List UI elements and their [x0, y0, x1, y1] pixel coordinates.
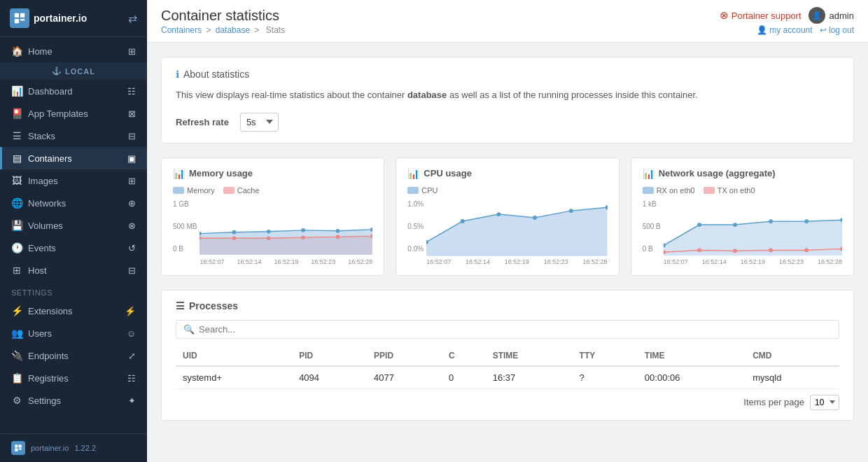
networks-icon: 🌐 [11, 197, 22, 209]
sidebar-item-extensions[interactable]: ⚡ Extensions ⚡ [0, 300, 147, 322]
cpu-chart-area: 16:52:07 16:52:14 16:52:19 16:52:23 16:5… [426, 200, 608, 265]
sidebar-item-containers[interactable]: ▤ Containers ▣ [0, 147, 147, 169]
sidebar-item-registries[interactable]: 📋 Registries ☷ [0, 367, 147, 389]
svg-rect-3 [20, 19, 24, 21]
memory-chart-container: 1 GB 500 MB 0 B [173, 200, 372, 265]
processes-section-title: ☰ Processes [176, 300, 839, 312]
my-account-link[interactable]: 👤 my account [757, 25, 813, 35]
col-stime: STIME [486, 346, 573, 366]
containers-icon: ▤ [11, 153, 22, 164]
sidebar-item-dashboard[interactable]: 📊 Dashboard ☷ [0, 80, 147, 102]
col-c: C [442, 346, 486, 366]
sidebar-item-images[interactable]: 🖼 Images ⊞ [0, 169, 147, 192]
sidebar-item-host[interactable]: ⊞ Host ⊟ [0, 259, 147, 281]
sidebar-item-home[interactable]: 🏠 Home ⊞ [0, 40, 147, 62]
svg-point-27 [569, 209, 573, 213]
process-table-body: systemd+ 4094 4077 0 16:37 ? 00:00:06 my… [176, 366, 839, 389]
breadcrumb-database[interactable]: database [216, 25, 250, 35]
sidebar-item-label: Dashboard [28, 86, 73, 97]
network-legend-tx: TX on eth0 [704, 186, 755, 195]
sidebar: portainer.io ⇄ 🏠 Home ⊞ ⚓ LOCAL 📊 Dashbo… [0, 0, 147, 462]
sidebar-item-app-templates[interactable]: 🎴 App Templates ⊠ [0, 102, 147, 125]
svg-point-31 [697, 223, 701, 227]
memory-legend-memory: Memory [173, 186, 215, 195]
sidebar-item-label: Registries [28, 373, 69, 384]
log-out-link[interactable]: ↩ log out [820, 25, 854, 35]
info-icon: ℹ [176, 69, 179, 80]
svg-point-24 [461, 219, 465, 223]
svg-rect-0 [15, 13, 19, 18]
processes-section: ☰ Processes 🔍 UID PID PPID C STIME TTY T… [161, 290, 854, 421]
svg-rect-2 [15, 19, 19, 23]
breadcrumb-sep2: > [254, 25, 259, 35]
dashboard-icon: 📊 [11, 85, 22, 97]
containers-nav-icon: ▣ [127, 153, 136, 164]
svg-point-14 [336, 229, 340, 233]
network-chart-area: 16:52:07 16:52:14 16:52:19 16:52:23 16:5… [664, 200, 842, 265]
cpu-legend-cpu: CPU [407, 186, 438, 195]
events-icon: 🕐 [11, 242, 22, 253]
col-time: TIME [638, 346, 746, 366]
svg-point-18 [267, 236, 271, 240]
sidebar-item-settings[interactable]: ⚙ Settings ✦ [0, 389, 147, 412]
sidebar-nav: 🏠 Home ⊞ ⚓ LOCAL 📊 Dashboard ☷ 🎴 App Tem… [0, 37, 147, 433]
items-per-page-select[interactable]: 10 25 50 [810, 395, 839, 410]
sidebar-item-endpoints[interactable]: 🔌 Endpoints ⤢ [0, 344, 147, 367]
search-icon: 🔍 [183, 324, 195, 335]
sidebar-item-label: Extensions [28, 306, 73, 316]
tx-color [704, 187, 715, 194]
col-pid: PID [292, 346, 367, 366]
svg-rect-4 [15, 444, 18, 447]
footer-logo-text: portainer.io [31, 444, 69, 452]
refresh-row: Refresh rate 5s 10s 30s 1m [176, 113, 839, 132]
host-nav-icon: ⊟ [128, 265, 136, 276]
svg-point-39 [769, 248, 773, 252]
items-per-page-label: Items per page [743, 397, 804, 407]
settings-section-label: SETTINGS [0, 281, 147, 300]
footer-logo-icon [11, 441, 25, 455]
settings-icon: ⚙ [11, 395, 22, 406]
topbar-left: Container statistics Containers > databa… [161, 8, 287, 35]
info-text: This view displays real-time statistics … [176, 88, 839, 103]
cell-uid: systemd+ [176, 366, 292, 389]
cell-cmd: mysqld [746, 366, 839, 389]
search-input[interactable] [199, 324, 832, 335]
sidebar-switch-icon[interactable]: ⇄ [128, 12, 137, 25]
sidebar-item-label: App Templates [28, 108, 88, 119]
sidebar-item-networks[interactable]: 🌐 Networks ⊕ [0, 192, 147, 214]
network-chart-container: 1 kB 500 B 0 B [643, 200, 842, 265]
sidebar-item-users[interactable]: 👥 Users ☺ [0, 322, 147, 344]
sidebar-item-label: Settings [28, 396, 61, 406]
refresh-rate-select[interactable]: 5s 10s 30s 1m [240, 113, 279, 132]
home-icon: 🏠 [11, 46, 22, 57]
cache-color [223, 187, 234, 194]
refresh-label: Refresh rate [176, 117, 229, 127]
sidebar-item-stacks[interactable]: ☰ Stacks ⊟ [0, 125, 147, 147]
cpu-chart-card: 📊 CPU usage CPU 1.0% 0.5% 0.0% [396, 158, 619, 276]
sidebar-item-volumes[interactable]: 💾 Volumes ⊗ [0, 214, 147, 237]
endpoints-icon: 🔌 [11, 350, 22, 361]
cell-ppid: 4077 [367, 366, 442, 389]
process-table: UID PID PPID C STIME TTY TIME CMD system… [176, 346, 839, 389]
network-legend-rx: RX on eth0 [643, 186, 695, 195]
sidebar-logo: portainer.io [10, 8, 87, 28]
cpu-chart-icon: 📊 [407, 168, 419, 179]
support-link[interactable]: ⊗ Portainer support [720, 9, 802, 22]
env-label: ⚓ LOCAL [0, 62, 147, 80]
breadcrumb-containers[interactable]: Containers [161, 25, 202, 35]
sidebar-item-events[interactable]: 🕐 Events ↺ [0, 237, 147, 259]
sidebar-footer: portainer.io 1.22.2 [0, 433, 147, 462]
svg-rect-1 [20, 13, 24, 18]
network-chart-svg [664, 200, 842, 256]
registries-nav-icon: ☷ [127, 373, 136, 384]
svg-point-13 [302, 228, 306, 232]
cpu-chart-legend: CPU [407, 186, 607, 195]
svg-point-11 [232, 230, 237, 234]
dashboard-nav-icon: ☷ [127, 86, 136, 97]
svg-point-40 [804, 248, 808, 252]
memory-color [173, 187, 184, 194]
network-x-axis: 16:52:07 16:52:14 16:52:19 16:52:23 16:5… [664, 258, 842, 265]
app-templates-nav-icon: ⊠ [128, 108, 136, 119]
events-nav-icon: ↺ [128, 243, 136, 253]
svg-rect-7 [19, 449, 22, 450]
